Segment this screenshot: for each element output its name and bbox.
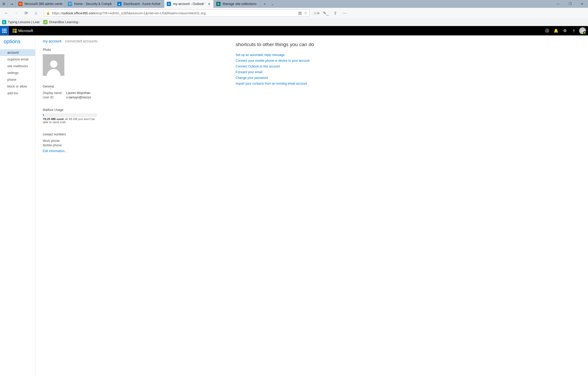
account-avatar[interactable]: LM xyxy=(579,27,586,34)
nav-item-add-ins[interactable]: add-ins xyxy=(0,90,35,97)
bookmarks-bar: E Typing Lessons | Lear d DreamBox Learn… xyxy=(0,18,588,26)
mailbox-usage-fill xyxy=(43,114,44,116)
shortcut-change-password[interactable]: Change your password xyxy=(236,76,348,80)
shortcuts-column: shortcuts to other things you can do Set… xyxy=(236,39,348,376)
more-icon[interactable]: ⋯ xyxy=(340,8,349,18)
shortcut-connect-outlook[interactable]: Connect Outlook to this account xyxy=(236,65,348,68)
work-phone-label: Work phone: xyxy=(43,139,66,143)
tab-actions-icon[interactable]: ⧉ xyxy=(0,0,8,8)
set-aside-tabs-icon[interactable]: ⇥ xyxy=(8,0,16,8)
window-minimize-button[interactable]: — xyxy=(552,0,564,8)
tab-my-account[interactable]: my account xyxy=(43,39,62,43)
display-name-label: Display name: xyxy=(43,91,66,95)
shortcut-connect-phone[interactable]: Connect your mobile phone or device to y… xyxy=(236,59,348,62)
outlook-icon: O xyxy=(167,2,171,6)
mailbox-usage-bar xyxy=(43,114,96,116)
tab-m365-admin[interactable]: O Microsoft 365 admin center xyxy=(16,0,65,8)
browser-addressbar: ← → ⟳ ⌂ 🔒 https://outlook.office365.com/… xyxy=(0,8,588,18)
display-name-value: Lauren Moynihan (Nayam xyxy=(66,91,91,95)
section-general-header: General xyxy=(43,85,236,88)
nav-item-site-mailboxes[interactable]: site mailboxes xyxy=(0,63,35,70)
nav-title: options xyxy=(0,39,35,49)
main-area: options account organize email site mail… xyxy=(0,35,588,376)
content-tabs: my account connected accounts xyxy=(43,39,236,43)
tab-sharepoint[interactable]: S Manage site collections xyxy=(214,0,261,8)
favorite-star-icon[interactable]: ☆ xyxy=(304,11,307,15)
bookmark-icon: d xyxy=(43,20,47,24)
new-tab-button[interactable]: ＋ xyxy=(261,0,268,8)
back-button[interactable]: ← xyxy=(2,8,11,18)
help-icon[interactable]: ? xyxy=(569,26,578,35)
refresh-button[interactable]: ⟳ xyxy=(21,8,31,18)
mailbox-usage-text: 78.25 MB used. At 99 GB you won't be abl… xyxy=(43,117,95,124)
microsoft-logo[interactable]: Microsoft xyxy=(13,29,33,33)
bookmark-dreambox[interactable]: d DreamBox Learning - xyxy=(43,20,80,24)
shortcut-forward-email[interactable]: Forward your email xyxy=(236,70,348,74)
tab-azure-ad[interactable]: ▲ Dashboard - Azure Active D xyxy=(115,0,164,8)
user-id-value: v-lamoyn@microsoft.com xyxy=(66,96,91,99)
section-contacts-header: contact numbers xyxy=(43,133,236,136)
section-photo-header: Photo xyxy=(43,48,236,52)
tab-connected-accounts[interactable]: connected accounts xyxy=(65,39,97,43)
settings-gear-icon[interactable]: ⚙ xyxy=(560,26,569,35)
sharepoint-icon: S xyxy=(216,2,220,6)
edit-information-link[interactable]: Edit information... xyxy=(43,149,67,153)
tab-label: Dashboard - Azure Active D xyxy=(124,2,161,6)
skype-icon[interactable]: Ⓢ xyxy=(543,26,552,35)
nav-item-phone[interactable]: phone xyxy=(0,76,35,83)
bookmark-label: DreamBox Learning - xyxy=(49,20,80,24)
suite-header: Microsoft Ⓢ 🔔 ⚙ ? LM xyxy=(0,26,588,35)
window-restore-button[interactable]: ❐ xyxy=(564,0,576,8)
user-id-label: User ID: xyxy=(43,96,66,99)
home-button[interactable]: ⌂ xyxy=(31,8,41,18)
window-close-button[interactable]: ✕ xyxy=(576,0,588,8)
shortcut-auto-reply[interactable]: Set up an automatic reply message xyxy=(236,53,348,57)
bookmark-typing-lessons[interactable]: E Typing Lessons | Lear xyxy=(2,20,40,24)
address-bar[interactable]: 🔒 https://outlook.office365.com/ecp/?rfr… xyxy=(44,9,310,17)
nav-item-account[interactable]: account xyxy=(0,49,35,56)
tab-label: Microsoft 365 admin center xyxy=(24,2,62,6)
section-mailbox-header: Mailbox Usage xyxy=(43,108,236,112)
app-launcher-button[interactable] xyxy=(0,26,9,35)
mobile-phone-label: Mobile phone: xyxy=(43,143,66,147)
profile-photo-placeholder[interactable] xyxy=(43,54,64,76)
nav-item-organize-email[interactable]: organize email xyxy=(0,56,35,63)
tab-label: Manage site collections xyxy=(223,2,258,6)
left-nav: options account organize email site mail… xyxy=(0,35,35,376)
bookmark-icon: E xyxy=(2,20,6,24)
account-column: my account connected accounts Photo Gene… xyxy=(43,39,236,376)
nav-item-settings[interactable]: settings xyxy=(0,70,35,76)
tab-label: my account - Outlook W xyxy=(173,2,205,6)
notifications-icon[interactable]: 🔔 xyxy=(552,26,560,35)
shield-icon: 🛡 xyxy=(68,2,72,6)
reading-view-icon[interactable]: ▥ xyxy=(298,11,302,15)
azure-icon: ▲ xyxy=(117,2,121,6)
notes-icon[interactable]: ✎_ xyxy=(321,8,330,18)
tab-security[interactable]: 🛡 Home - Security & Complia xyxy=(65,0,115,8)
shortcut-import-contacts[interactable]: Import your contacts from an existing em… xyxy=(236,82,348,85)
favorites-icon[interactable]: ☆≡ xyxy=(312,8,321,18)
lock-icon: 🔒 xyxy=(46,11,50,15)
ms-logo-icon xyxy=(13,29,17,33)
url-text: https://outlook.office365.com/ecp/?rfr=A… xyxy=(52,11,296,15)
shortcuts-heading: shortcuts to other things you can do xyxy=(236,42,348,47)
tab-label: Home - Security & Complia xyxy=(74,2,112,6)
browser-titlebar: ⧉ ⇥ O Microsoft 365 admin center 🛡 Home … xyxy=(0,0,588,8)
close-tab-icon[interactable]: ✕ xyxy=(207,2,211,6)
brand-text: Microsoft xyxy=(18,29,33,33)
tab-outlook[interactable]: O my account - Outlook W ✕ xyxy=(164,0,214,8)
forward-button[interactable]: → xyxy=(11,8,21,18)
tab-chevron-icon[interactable]: ⌄ xyxy=(268,0,276,8)
content-area: my account connected accounts Photo Gene… xyxy=(35,35,588,376)
office-icon: O xyxy=(18,2,22,6)
share-icon[interactable]: ⇪ xyxy=(330,8,340,18)
bookmark-label: Typing Lessons | Lear xyxy=(8,20,40,24)
waffle-icon xyxy=(2,29,7,33)
nav-item-block-allow[interactable]: block or allow xyxy=(0,83,35,90)
